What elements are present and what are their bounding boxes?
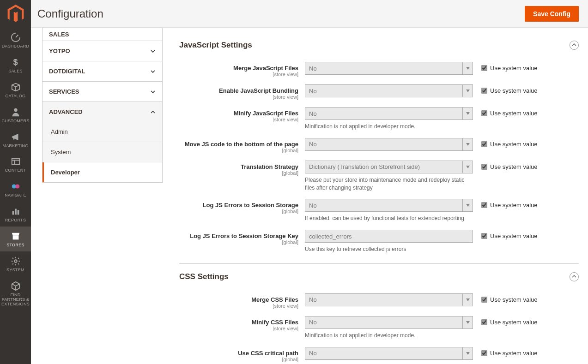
use-system-value-label[interactable]: Use system value — [490, 350, 538, 357]
nav-marketing[interactable]: MARKETING — [0, 127, 31, 152]
field-control: NoWarning! Be sure that you have critica… — [305, 347, 473, 364]
nav-customers[interactable]: CUSTOMERS — [0, 102, 31, 127]
dollar-icon: $ — [11, 57, 21, 67]
nav-reports[interactable]: REPORTS — [0, 202, 31, 227]
magento-logo[interactable] — [0, 0, 31, 28]
field-label: Minify CSS Files[store view] — [179, 316, 305, 331]
field-note: Minification is not applied in developer… — [305, 123, 473, 131]
chevron-down-icon — [150, 48, 156, 54]
field-select[interactable]: No — [305, 199, 473, 212]
use-system-value-checkbox[interactable] — [481, 65, 487, 71]
use-system-value-checkbox[interactable] — [481, 110, 487, 116]
nav-dashboard[interactable]: DASHBOARD — [0, 28, 31, 53]
field-control: No — [305, 62, 473, 75]
sidebar-item-admin[interactable]: Admin — [42, 122, 162, 142]
field-row: Enable JavaScript Bundling[store view]No… — [179, 84, 579, 100]
field-text-input[interactable] — [305, 230, 473, 243]
use-system-value-wrap: Use system value — [473, 230, 538, 239]
nav-catalog[interactable]: CATALOG — [0, 78, 31, 102]
svg-text:$: $ — [13, 57, 18, 67]
field-select[interactable]: No — [305, 62, 473, 75]
gear-icon — [11, 256, 21, 266]
field-select[interactable]: Dictionary (Translation on Storefront si… — [305, 161, 473, 173]
field-select[interactable]: No — [305, 316, 473, 329]
use-system-value-label[interactable]: Use system value — [490, 141, 538, 148]
field-select-value: No — [309, 296, 317, 303]
field-scope: [store view] — [179, 117, 298, 122]
section-title: JavaScript Settings — [179, 41, 252, 50]
svg-rect-7 — [17, 210, 19, 215]
field-select[interactable]: No — [305, 347, 473, 360]
field-control: NoMinification is not applied in develop… — [305, 316, 473, 340]
field-select-value: No — [309, 350, 317, 357]
section-js-settings-header[interactable]: JavaScript Settings — [179, 41, 579, 50]
use-system-value-wrap: Use system value — [473, 316, 538, 326]
use-system-value-checkbox[interactable] — [481, 164, 487, 170]
field-row: Log JS Errors to Session Storage[global]… — [179, 199, 579, 222]
field-note: Minification is not applied in developer… — [305, 332, 473, 340]
use-system-value-label[interactable]: Use system value — [490, 319, 538, 326]
sidebar-tab-yotpo[interactable]: YOTPO — [42, 41, 162, 61]
admin-nav: DASHBOARD $SALES CATALOG CUSTOMERS MARKE… — [0, 0, 31, 364]
config-sidebar: SALES YOTPO DOTDIGITAL SERVICES — [31, 28, 168, 364]
sidebar-tab-sales[interactable]: SALES — [42, 28, 162, 41]
field-select[interactable]: No — [305, 293, 473, 306]
field-select[interactable]: No — [305, 84, 473, 97]
save-config-button[interactable]: Save Config — [525, 6, 579, 22]
field-control: NoMinification is not applied in develop… — [305, 107, 473, 131]
field-select-value: No — [309, 202, 317, 209]
gauge-icon — [11, 32, 21, 42]
dropdown-arrow-icon — [462, 294, 473, 306]
page-header: Configuration Save Config — [31, 0, 588, 28]
chevron-down-icon — [150, 69, 156, 74]
use-system-value-label[interactable]: Use system value — [490, 65, 538, 72]
field-row: Minify CSS Files[store view]NoMinificati… — [179, 316, 579, 340]
use-system-value-checkbox[interactable] — [481, 350, 487, 356]
field-select[interactable]: No — [305, 107, 473, 120]
field-control: No — [305, 84, 473, 97]
use-system-value-checkbox[interactable] — [481, 297, 487, 303]
nav-partners[interactable]: FIND PARTNERS & EXTENSIONS — [0, 276, 31, 310]
use-system-value-label[interactable]: Use system value — [490, 233, 538, 239]
use-system-value-label[interactable]: Use system value — [490, 110, 538, 117]
field-scope: [global] — [179, 170, 298, 176]
nav-system[interactable]: SYSTEM — [0, 251, 31, 276]
use-system-value-wrap: Use system value — [473, 161, 538, 170]
field-select-value: No — [309, 65, 317, 72]
nav-content[interactable]: CONTENT — [0, 152, 31, 177]
field-control: No — [305, 138, 473, 151]
svg-point-8 — [14, 260, 17, 263]
use-system-value-checkbox[interactable] — [481, 141, 487, 147]
field-note: Please put your store into maintenance m… — [305, 176, 473, 192]
field-label-text: Move JS code to the bottom of the page — [179, 141, 298, 148]
use-system-value-label[interactable]: Use system value — [490, 296, 538, 303]
use-system-value-label[interactable]: Use system value — [490, 87, 538, 94]
collapse-icon[interactable] — [570, 41, 579, 50]
use-system-value-checkbox[interactable] — [481, 88, 487, 94]
field-control: NoIf enabled, can be used by functional … — [305, 199, 473, 222]
nav-sales[interactable]: $SALES — [0, 53, 31, 78]
sidebar-item-system[interactable]: System — [42, 142, 162, 162]
use-system-value-checkbox[interactable] — [481, 319, 487, 325]
nav-navigate[interactable]: NAVIGATE — [0, 177, 31, 202]
compass-icon — [11, 181, 21, 191]
field-row: Merge CSS Files[store view]NoUse system … — [179, 293, 579, 309]
use-system-value-checkbox[interactable] — [481, 202, 487, 208]
use-system-value-checkbox[interactable] — [481, 233, 487, 239]
use-system-value-label[interactable]: Use system value — [490, 202, 538, 209]
field-label: Use CSS critical path[global] — [179, 347, 305, 362]
sidebar-tab-services[interactable]: SERVICES — [42, 82, 162, 101]
nav-stores[interactable]: STORES — [0, 227, 31, 251]
collapse-icon[interactable] — [570, 272, 579, 281]
section-css-settings-header[interactable]: CSS Settings — [179, 272, 579, 281]
field-select-value: Dictionary (Translation on Storefront si… — [309, 163, 420, 170]
field-select[interactable]: No — [305, 138, 473, 151]
sidebar-tab-advanced[interactable]: ADVANCED — [42, 102, 162, 122]
store-icon — [11, 231, 21, 241]
use-system-value-label[interactable]: Use system value — [490, 163, 538, 170]
person-icon — [11, 107, 21, 117]
use-system-value-wrap: Use system value — [473, 293, 538, 303]
package-icon — [11, 281, 21, 291]
sidebar-tab-dotdigital[interactable]: DOTDIGITAL — [42, 61, 162, 81]
sidebar-item-developer[interactable]: Developer — [42, 162, 162, 182]
